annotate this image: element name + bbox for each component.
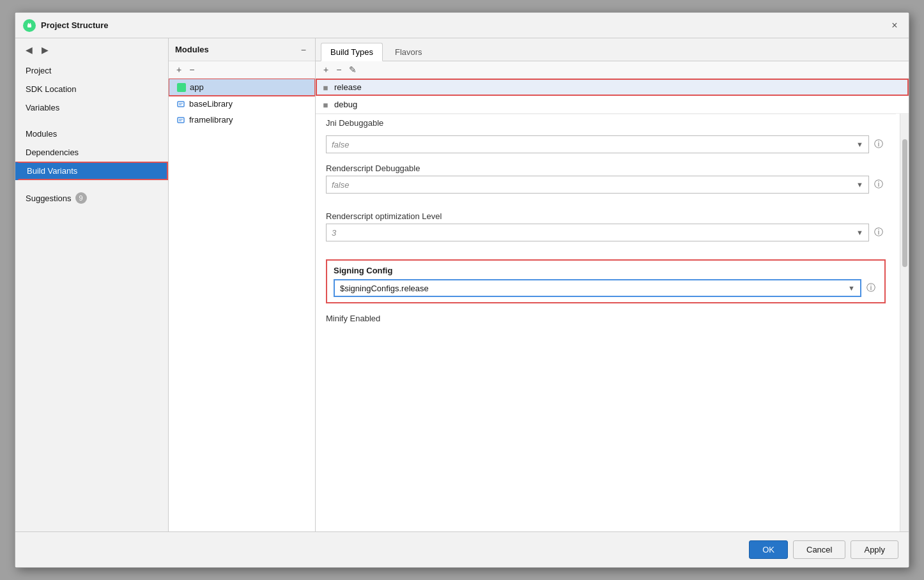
module-item-framelibrary[interactable]: framelibrary [169,112,315,128]
dialog-title: Project Structure [41,20,888,30]
module-item-framelibrary-label: framelibrary [189,115,233,125]
title-bar: Project Structure × [15,13,909,38]
sidebar-divider-2 [15,180,168,188]
renderscript-optimization-section: Renderscript optimization Level 3 ▼ ⓘ [316,206,896,254]
module-item-app[interactable]: app [169,79,315,96]
renderscript-debuggable-control: false ▼ ⓘ [326,176,886,194]
lib-icon-framelibrary [176,116,185,125]
apply-button[interactable]: Apply [851,540,898,559]
tabs-bar: Build Types Flavors [316,38,909,61]
renderscript-debuggable-label: Renderscript Debuggable [326,164,886,173]
renderscript-optimization-row: Renderscript optimization Level 3 ▼ ⓘ [326,211,886,241]
app-icon [177,83,186,92]
release-icon: ◆ [321,82,331,92]
project-structure-dialog: Project Structure × ◀ ▶ Project SDK Loca… [15,12,909,568]
modules-actions: − [298,44,309,56]
form-area: Jni Debuggable false ▼ ⓘ [316,114,909,531]
sidebar-item-suggestions[interactable]: Suggestions 9 [15,188,168,208]
svg-rect-1 [27,24,31,27]
modules-remove-button[interactable]: − [187,64,197,75]
scrollbar[interactable] [900,114,909,531]
renderscript-optimization-info[interactable]: ⓘ [872,225,886,240]
sidebar-item-modules[interactable]: Modules [15,125,168,143]
build-type-item-release[interactable]: ◆ release [316,79,909,96]
jni-debuggable-dropdown[interactable]: false ▼ [326,135,869,153]
build-type-add-button[interactable]: + [321,64,331,75]
sidebar-item-build-variants[interactable]: Build Variants [15,162,168,180]
build-type-label-debug: debug [334,100,357,109]
renderscript-optimization-label: Renderscript optimization Level [326,211,886,221]
jni-debuggable-arrow: ▼ [856,141,863,148]
minify-enabled-label: Minify Enabled [326,314,886,323]
build-type-item-debug[interactable]: ◆ debug [316,96,909,113]
jni-debuggable-label: Jni Debuggable [316,114,896,130]
signing-config-label: Signing Config [334,266,878,275]
signing-config-control: $signingConfigs.release ▼ ⓘ [334,279,878,297]
module-item-app-label: app [190,82,204,92]
suggestions-badge: 9 [75,192,87,204]
sidebar-item-build-variants-wrapper: Build Variants [15,162,168,180]
build-list-area: + − ✎ ◆ release ◆ debug [316,61,909,114]
sidebar: ◀ ▶ Project SDK Location Variables Modul… [15,38,169,531]
build-types-toolbar: + − ✎ [316,61,909,79]
module-list: app baseLibrary [169,79,315,531]
lib-icon-baselibrary [176,100,185,109]
scrollbar-thumb [902,139,907,267]
android-icon [23,19,36,32]
tab-flavors[interactable]: Flavors [385,43,432,61]
sidebar-section-top: Project SDK Location Variables [15,61,168,117]
content-split: + − ✎ ◆ release ◆ debug [316,61,909,531]
modules-header: Modules − [169,38,315,61]
main-content: Build Types Flavors + − ✎ ◆ release [316,38,909,531]
debug-icon: ◆ [321,99,331,109]
signing-config-section: Signing Config $signingConfigs.release ▼… [326,259,886,303]
build-types-list: ◆ release ◆ debug [316,79,909,113]
svg-rect-4 [179,85,184,90]
modules-panel: Modules − + − app [169,38,316,531]
forward-button[interactable]: ▶ [39,43,51,56]
close-button[interactable]: × [888,19,901,32]
renderscript-debuggable-arrow: ▼ [856,181,863,188]
renderscript-debuggable-dropdown[interactable]: false ▼ [326,176,869,194]
renderscript-debuggable-info[interactable]: ⓘ [872,178,886,192]
sidebar-item-dependencies[interactable]: Dependencies [15,143,168,162]
back-button[interactable]: ◀ [23,43,35,56]
renderscript-debuggable-row: Renderscript Debuggable false ▼ ⓘ [326,164,886,194]
modules-minimize-button[interactable]: − [298,44,309,56]
signing-config-info[interactable]: ⓘ [864,281,878,295]
jni-debuggable-section: false ▼ ⓘ [316,130,896,158]
renderscript-optimization-dropdown[interactable]: 3 ▼ [326,224,869,241]
active-indicator [15,162,19,180]
cancel-button[interactable]: Cancel [793,540,845,559]
renderscript-debuggable-section: Renderscript Debuggable false ▼ ⓘ [316,158,896,206]
build-type-label-release: release [334,82,362,92]
ok-button[interactable]: OK [749,540,788,559]
sidebar-section-bottom: Modules Dependencies Build Variants [15,125,168,180]
dialog-footer: OK Cancel Apply [15,531,909,567]
dialog-body: ◀ ▶ Project SDK Location Variables Modul… [15,38,909,531]
jni-debuggable-row: false ▼ ⓘ [326,135,886,153]
modules-add-button[interactable]: + [174,64,184,75]
sidebar-divider [15,117,168,125]
renderscript-optimization-control: 3 ▼ ⓘ [326,224,886,241]
svg-rect-8 [178,118,184,123]
form-inner: Jni Debuggable false ▼ ⓘ [316,114,909,328]
minify-enabled-partial: Minify Enabled [316,309,896,328]
svg-rect-5 [178,102,184,107]
modules-toolbar: + − [169,61,315,79]
renderscript-optimization-arrow: ▼ [856,229,863,236]
sidebar-item-sdk-location[interactable]: SDK Location [15,80,168,98]
module-item-baselibrary-label: baseLibrary [189,99,233,109]
sidebar-item-variables[interactable]: Variables [15,98,168,117]
module-item-baselibrary[interactable]: baseLibrary [169,96,315,112]
modules-title: Modules [175,45,209,54]
build-type-edit-button[interactable]: ✎ [346,64,359,75]
jni-debuggable-info[interactable]: ⓘ [872,137,886,151]
build-type-remove-button[interactable]: − [334,64,344,75]
signing-config-arrow: ▼ [848,284,855,292]
sidebar-item-project[interactable]: Project [15,61,168,80]
nav-arrows: ◀ ▶ [15,38,168,61]
signing-config-dropdown[interactable]: $signingConfigs.release ▼ [334,279,861,297]
tab-build-types[interactable]: Build Types [321,43,383,61]
